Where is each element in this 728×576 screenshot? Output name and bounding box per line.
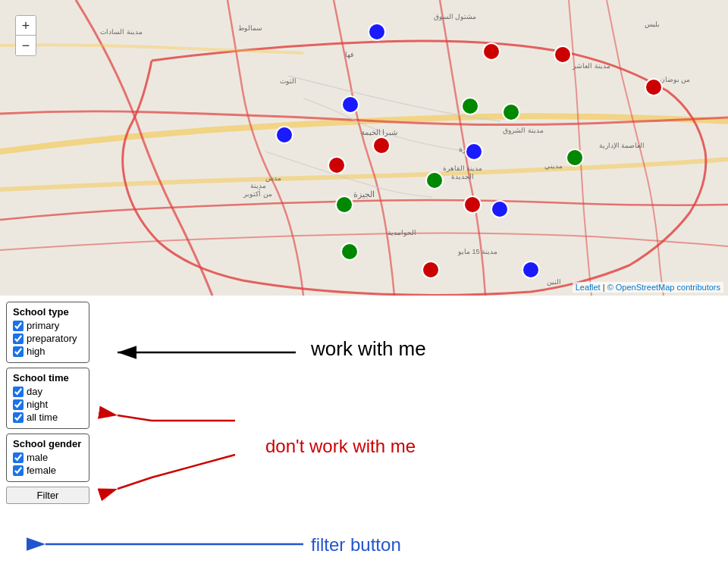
preparatory-checkbox[interactable] [13,333,24,344]
high-checkbox-row[interactable]: high [13,346,83,357]
preparatory-checkbox-row[interactable]: preparatory [13,333,83,344]
night-checkbox[interactable] [13,399,24,410]
svg-text:فها: فها [345,51,353,59]
male-label: male [27,452,48,463]
svg-text:القاهرة: القاهرة [459,145,482,154]
high-checkbox[interactable] [13,346,24,357]
female-checkbox-row[interactable]: female [13,465,83,476]
svg-text:العاصمة الإدارية: العاصمة الإدارية [599,142,645,150]
svg-text:الجيزة: الجيزة [353,189,375,199]
alltime-checkbox-row[interactable]: all time [13,412,83,423]
zoom-in-button[interactable]: + [16,16,36,36]
school-type-panel: School type primary preparatory high [6,302,89,363]
female-checkbox[interactable] [13,465,24,476]
leaflet-link[interactable]: Leaflet [576,283,601,292]
school-type-title: School type [13,306,83,318]
day-checkbox-row[interactable]: day [13,386,83,397]
male-checkbox-row[interactable]: male [13,452,83,463]
svg-text:سمالوط: سمالوط [238,24,262,33]
map-svg: الجيزة القاهرة مدينة الشروق العاصمة الإد… [0,0,728,296]
zoom-out-button[interactable]: − [16,36,36,55]
svg-text:بليس: بليس [645,20,660,29]
svg-text:شبرا الخيمة: شبرا الخيمة [361,128,398,137]
school-time-panel: School time day night all time [6,368,89,429]
svg-text:الحوامدية: الحوامدية [388,229,416,237]
primary-checkbox[interactable] [13,321,24,331]
school-gender-title: School gender [13,438,83,449]
preparatory-label: preparatory [27,333,77,344]
svg-text:مدينة الشروق: مدينة الشروق [503,127,544,135]
map-container: الجيزة القاهرة مدينة الشروق العاصمة الإد… [0,0,728,296]
male-checkbox[interactable] [13,452,24,463]
primary-label: primary [27,320,59,331]
svg-text:مديني: مديني [544,162,563,170]
work-with-me-text: work with me [311,337,426,361]
school-time-title: School time [13,372,83,383]
primary-checkbox-row[interactable]: primary [13,320,83,331]
svg-text:مدينة السادات: مدينة السادات [100,28,143,36]
svg-text:النين: النين [547,278,561,286]
svg-text:مدينة 15 مايو: مدينة 15 مايو [457,248,497,256]
alltime-label: all time [27,412,58,423]
svg-text:مدينة العاشر: مدينة العاشر [572,62,610,70]
osm-link[interactable]: © OpenStreetMap contributors [607,283,720,292]
filter-button[interactable]: Filter [6,487,89,504]
alltime-checkbox[interactable] [13,412,24,423]
svg-text:التوت: التوت [280,77,297,86]
day-label: day [27,386,42,397]
svg-text:من بوضان: من بوضان [660,76,691,84]
svg-text:مشتول السوق: مشتول السوق [434,13,477,21]
female-label: female [27,465,56,476]
night-checkbox-row[interactable]: night [13,399,83,410]
map-attribution: Leaflet | © OpenStreetMap contributors [573,282,723,293]
day-checkbox[interactable] [13,387,24,397]
filter-button-annotation-text: filter button [311,534,401,556]
high-label: high [27,346,46,357]
night-label: night [27,399,48,410]
dont-work-with-me-text: don't work with me [265,436,416,457]
svg-text:مدس: مدس [265,174,281,183]
zoom-controls[interactable]: + − [15,15,36,56]
school-gender-panel: School gender male female [6,434,89,482]
